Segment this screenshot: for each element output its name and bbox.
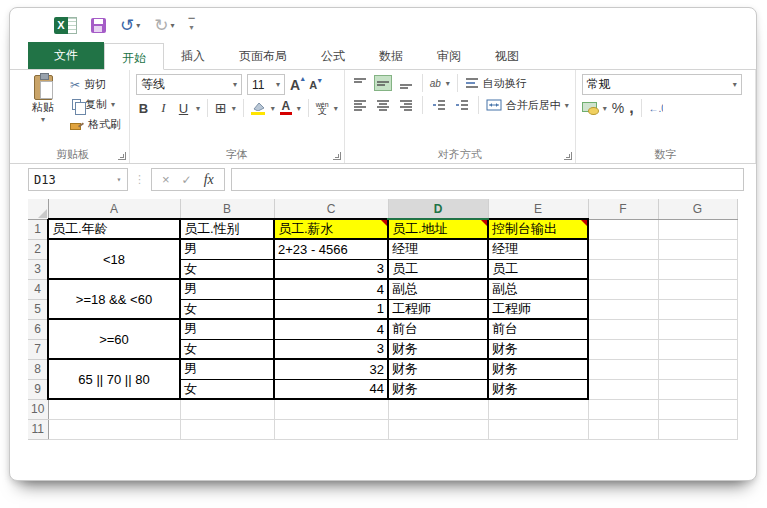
- underline-button[interactable]: U: [176, 101, 191, 116]
- tab-page-layout[interactable]: 页面布局: [222, 42, 304, 69]
- row-header-2[interactable]: 2: [28, 239, 48, 259]
- merge-center-dropdown-icon[interactable]: ▾: [565, 101, 569, 110]
- percent-style-icon[interactable]: %: [612, 100, 624, 116]
- cell-C3[interactable]: 3: [274, 259, 388, 279]
- cell-C11[interactable]: [274, 419, 388, 439]
- format-painter-button[interactable]: 格式刷: [70, 116, 121, 133]
- cell-C6[interactable]: 4: [274, 319, 388, 339]
- bold-button[interactable]: B: [136, 101, 151, 116]
- cell-E8[interactable]: 财务: [488, 359, 588, 379]
- row-header-10[interactable]: 10: [28, 399, 48, 419]
- undo-icon[interactable]: ↺: [120, 17, 134, 34]
- cancel-icon[interactable]: ×: [162, 172, 170, 187]
- align-center-icon[interactable]: [374, 97, 392, 113]
- font-dialog-launcher-icon[interactable]: [333, 152, 341, 160]
- font-size-combobox[interactable]: 11 ▾: [247, 74, 285, 95]
- cell-F11[interactable]: [588, 419, 658, 439]
- copy-dropdown-icon[interactable]: ▾: [111, 100, 115, 109]
- cell-E10[interactable]: [488, 399, 588, 419]
- row-header-9[interactable]: 9: [28, 379, 48, 399]
- tab-file[interactable]: 文件: [28, 42, 104, 69]
- copy-button[interactable]: 复制 ▾: [70, 96, 121, 113]
- tab-data[interactable]: 数据: [362, 42, 420, 69]
- cell-B9[interactable]: 女: [180, 379, 274, 399]
- cell-F1[interactable]: [588, 219, 658, 239]
- redo-icon[interactable]: ↻: [154, 17, 168, 34]
- redo-dropdown-icon[interactable]: ▾: [171, 21, 175, 30]
- customize-toolbar-icon[interactable]: ▔▾: [189, 20, 195, 30]
- cell-D11[interactable]: [388, 419, 488, 439]
- cell-E4[interactable]: 副总: [488, 279, 588, 299]
- cell-A11[interactable]: [48, 419, 180, 439]
- column-header-A[interactable]: A: [48, 199, 180, 219]
- alignment-dialog-launcher-icon[interactable]: [564, 152, 572, 160]
- cell-A10[interactable]: [48, 399, 180, 419]
- name-box[interactable]: D13 ▾: [28, 168, 128, 191]
- phonetic-dropdown-icon[interactable]: ▾: [334, 104, 338, 113]
- select-all-corner[interactable]: [28, 199, 48, 219]
- cell-C1[interactable]: 员工.薪水: [274, 219, 388, 239]
- cell-B7[interactable]: 女: [180, 339, 274, 359]
- tab-review[interactable]: 审阅: [420, 42, 478, 69]
- column-header-D[interactable]: D: [388, 199, 488, 219]
- cell-B3[interactable]: 女: [180, 259, 274, 279]
- clipboard-dialog-launcher-icon[interactable]: [118, 152, 126, 160]
- cell-B10[interactable]: [180, 399, 274, 419]
- cell-A2[interactable]: <18: [48, 239, 180, 279]
- cell-D6[interactable]: 前台: [388, 319, 488, 339]
- merge-center-button[interactable]: 合并后居中 ▾: [486, 98, 569, 113]
- fill-color-icon[interactable]: [251, 102, 266, 115]
- cell-E2[interactable]: 经理: [488, 239, 588, 259]
- cell-B5[interactable]: 女: [180, 299, 274, 319]
- fill-color-dropdown-icon[interactable]: ▾: [271, 104, 275, 113]
- cell-B11[interactable]: [180, 419, 274, 439]
- accounting-format-icon[interactable]: [582, 102, 598, 115]
- align-bottom-icon[interactable]: [397, 75, 415, 91]
- borders-icon[interactable]: ⊞: [215, 101, 227, 115]
- cell-E7[interactable]: 财务: [488, 339, 588, 359]
- cell-G6[interactable]: [658, 319, 737, 339]
- cell-D4[interactable]: 副总: [388, 279, 488, 299]
- cell-F8[interactable]: [588, 359, 658, 379]
- cell-C5[interactable]: 1: [274, 299, 388, 319]
- cell-G5[interactable]: [658, 299, 737, 319]
- cell-D10[interactable]: [388, 399, 488, 419]
- cell-B4[interactable]: 男: [180, 279, 274, 299]
- cell-D3[interactable]: 员工: [388, 259, 488, 279]
- column-header-B[interactable]: B: [180, 199, 274, 219]
- cell-G3[interactable]: [658, 259, 737, 279]
- cell-G2[interactable]: [658, 239, 737, 259]
- cell-G1[interactable]: [658, 219, 737, 239]
- cell-E1[interactable]: 控制台输出: [488, 219, 588, 239]
- row-header-4[interactable]: 4: [28, 279, 48, 299]
- tab-view[interactable]: 视图: [478, 42, 536, 69]
- italic-button[interactable]: I: [156, 100, 171, 116]
- name-box-dropdown-icon[interactable]: ▾: [111, 175, 127, 184]
- increase-indent-icon[interactable]: [453, 97, 471, 113]
- tab-insert[interactable]: 插入: [164, 42, 222, 69]
- accounting-dropdown-icon[interactable]: ▾: [603, 104, 607, 113]
- row-header-6[interactable]: 6: [28, 319, 48, 339]
- cell-A4[interactable]: >=18 && <60: [48, 279, 180, 319]
- column-header-F[interactable]: F: [588, 199, 658, 219]
- cell-C7[interactable]: 3: [274, 339, 388, 359]
- insert-function-icon[interactable]: fx: [204, 172, 214, 188]
- column-header-G[interactable]: G: [658, 199, 737, 219]
- cell-D7[interactable]: 财务: [388, 339, 488, 359]
- tab-home[interactable]: 开始: [104, 43, 164, 70]
- cell-F9[interactable]: [588, 379, 658, 399]
- cell-B2[interactable]: 男: [180, 239, 274, 259]
- cell-G11[interactable]: [658, 419, 737, 439]
- cut-button[interactable]: ✂ 剪切: [70, 76, 121, 93]
- underline-dropdown-icon[interactable]: ▾: [196, 104, 200, 113]
- cell-A6[interactable]: >=60: [48, 319, 180, 359]
- cell-A1[interactable]: 员工.年龄: [48, 219, 180, 239]
- save-icon[interactable]: [91, 18, 106, 33]
- borders-dropdown-icon[interactable]: ▾: [232, 104, 236, 113]
- cell-E3[interactable]: 员工: [488, 259, 588, 279]
- cell-G7[interactable]: [658, 339, 737, 359]
- increase-decimal-icon[interactable]: ←.0: [649, 103, 663, 114]
- decrease-font-size-icon[interactable]: A▼: [309, 79, 321, 91]
- cell-C10[interactable]: [274, 399, 388, 419]
- cell-G10[interactable]: [658, 399, 737, 419]
